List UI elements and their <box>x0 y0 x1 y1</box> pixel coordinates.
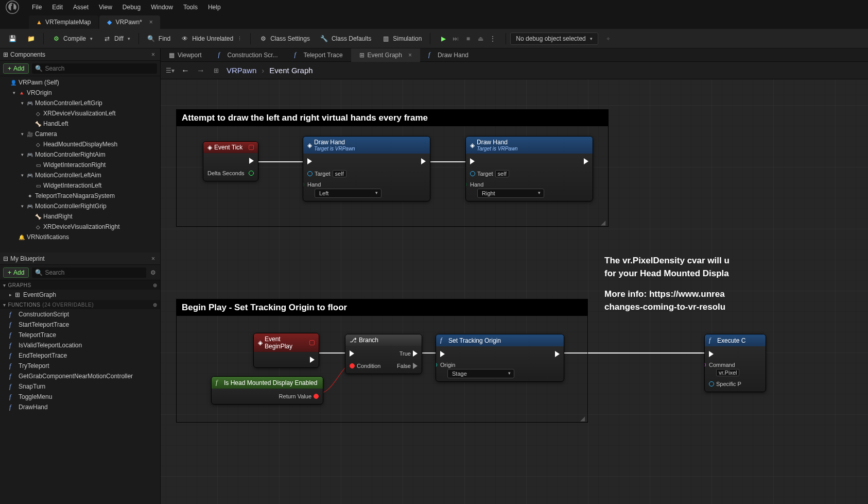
graph-area[interactable]: ▦Viewport fConstruction Scr... fTeleport… <box>161 48 868 504</box>
function-item[interactable]: fTryTeleport <box>0 361 160 371</box>
enum-in-pin[interactable] <box>436 362 437 367</box>
string-in-pin[interactable] <box>704 362 706 367</box>
comment-header[interactable]: Attempt to draw the left and right virtu… <box>177 110 608 126</box>
menu-tools[interactable]: Tools <box>178 2 203 13</box>
component-item[interactable]: ▾🎥Camera <box>0 129 160 139</box>
simulation-button[interactable]: ▥Simulation <box>377 32 426 45</box>
command-value[interactable]: vr.Pixel <box>716 369 739 376</box>
hand-dropdown[interactable]: Left <box>315 189 381 198</box>
exec-out-pin[interactable] <box>421 158 426 164</box>
add-button[interactable]: +Add <box>3 267 29 278</box>
exec-out-pin[interactable] <box>310 357 315 363</box>
menu-file[interactable]: File <box>27 2 47 13</box>
close-icon[interactable]: × <box>149 51 157 58</box>
class-defaults-button[interactable]: 🔧Class Defaults <box>316 32 375 45</box>
target-value[interactable]: self <box>495 170 509 177</box>
twist-icon[interactable]: ▾ <box>20 173 25 178</box>
origin-dropdown[interactable]: Stage <box>447 369 514 378</box>
breakpoint-icon[interactable] <box>249 145 254 150</box>
myblueprint-search[interactable]: 🔍 <box>32 267 146 278</box>
node-set-tracking-origin[interactable]: fSet Tracking Origin Origin Stage <box>436 334 564 382</box>
function-item[interactable]: fSnapTurn <box>0 381 160 392</box>
exec-out-false-pin[interactable] <box>413 363 418 369</box>
component-item[interactable]: ▾🎮MotionControllerLeftGrip <box>0 98 160 108</box>
eject-button[interactable]: ⏏ <box>475 33 486 44</box>
save-button[interactable]: 💾 <box>4 32 21 45</box>
component-item[interactable]: 🔔VRNotifications <box>0 232 160 242</box>
component-item[interactable]: ▾🎮MotionControllerRightGrip <box>0 201 160 211</box>
component-item[interactable]: ▭WidgetInteractionRight <box>0 160 160 170</box>
browse-button[interactable]: 📁 <box>23 32 39 45</box>
comment-header[interactable]: Begin Play - Set Tracking Origin to floo… <box>177 299 587 316</box>
menu-edit[interactable]: Edit <box>47 2 68 13</box>
compile-button[interactable]: ⚙Compile▾ <box>48 32 97 45</box>
components-panel-header[interactable]: ⊞ Components × <box>0 48 160 61</box>
function-item[interactable]: fEndTeleportTrace <box>0 350 160 361</box>
nav-back-icon[interactable]: ← <box>180 65 190 76</box>
resize-grip-icon[interactable]: ◢ <box>601 219 607 225</box>
nav-home-icon[interactable]: ⊞ <box>211 65 221 76</box>
component-item[interactable]: 🦴HandRight <box>0 211 160 222</box>
object-in-pin[interactable] <box>709 381 714 387</box>
float-out-pin[interactable] <box>249 171 254 176</box>
object-in-pin[interactable] <box>470 171 475 176</box>
myblueprint-panel-header[interactable]: ⊟ My Blueprint × <box>0 253 160 265</box>
graphs-category[interactable]: ▾ GRAPHS ⊕ <box>0 280 160 290</box>
node-execute-console-command[interactable]: fExecute C Command vr.Pixel Specific P <box>704 334 766 392</box>
node-draw-hand-left[interactable]: ◈Draw HandTarget is VRPawn Targetself Ha… <box>303 136 430 201</box>
twist-icon[interactable]: ▾ <box>20 100 25 106</box>
component-item[interactable]: ◇XRDeviceVisualizationLeft <box>0 108 160 119</box>
menu-window[interactable]: Window <box>146 2 178 13</box>
menu-asset[interactable]: Asset <box>68 2 94 13</box>
add-graph-icon[interactable]: ⊕ <box>153 282 158 288</box>
bool-in-pin[interactable] <box>350 363 355 368</box>
breadcrumb-leaf[interactable]: Event Graph <box>269 66 313 75</box>
graph-canvas[interactable]: Attempt to draw the left and right virtu… <box>161 79 868 504</box>
doc-tab-vrpawn[interactable]: ◆ VRPawn* × <box>99 15 160 29</box>
tab-construction-script[interactable]: fConstruction Scr... <box>210 48 286 62</box>
close-icon[interactable]: × <box>408 52 412 59</box>
play-button[interactable]: ▶ <box>438 33 449 44</box>
breakpoint-icon[interactable] <box>309 340 315 345</box>
component-item[interactable]: ◇XRDeviceVisualizationRight <box>0 222 160 232</box>
node-event-tick[interactable]: ◈Event Tick Delta Seconds <box>203 141 258 181</box>
close-icon[interactable]: × <box>149 19 153 26</box>
add-component-button[interactable]: +Add <box>3 63 29 74</box>
doc-tab-vrtemplatemap[interactable]: ▲ VRTemplateMap <box>29 15 98 29</box>
function-item[interactable]: fGetGrabComponentNearMotionController <box>0 371 160 381</box>
gear-icon[interactable]: ⚙ <box>149 268 157 277</box>
find-button[interactable]: 🔍Find <box>143 32 175 45</box>
function-item[interactable]: fToggleMenu <box>0 392 160 402</box>
hide-unrelated-button[interactable]: 👁Hide Unrelated⋮ <box>177 32 246 45</box>
twist-icon[interactable]: ▾ <box>20 204 25 209</box>
add-function-icon[interactable]: ⊕ <box>153 302 158 308</box>
nav-forward-icon[interactable]: → <box>196 65 206 76</box>
node-draw-hand-right[interactable]: ◈Draw HandTarget is VRPawn Targetself Ha… <box>465 136 593 201</box>
menu-debug[interactable]: Debug <box>117 2 146 13</box>
exec-out-pin[interactable] <box>584 158 588 164</box>
component-item[interactable]: ▾🎮MotionControllerLeftAim <box>0 170 160 180</box>
enum-in-pin[interactable] <box>303 182 304 187</box>
exec-out-pin[interactable] <box>249 158 254 164</box>
tab-draw-hand[interactable]: fDraw Hand <box>420 48 477 62</box>
component-item[interactable]: ▾🔺VROrigin <box>0 88 160 98</box>
function-item[interactable]: fConstructionScript <box>0 309 160 320</box>
debug-find-button[interactable]: ⌖ <box>600 32 617 45</box>
component-item[interactable]: 👤VRPawn (Self) <box>0 77 160 88</box>
exec-out-pin[interactable] <box>555 351 560 357</box>
exec-in-pin[interactable] <box>440 351 445 357</box>
twist-icon[interactable]: ▾ <box>11 90 16 95</box>
component-item[interactable]: ▭WidgetInteractionLeft <box>0 180 160 191</box>
step-button[interactable]: ⏭ <box>450 33 461 44</box>
function-item[interactable]: fTeleportTrace <box>0 330 160 340</box>
tab-teleport-trace[interactable]: fTeleport Trace <box>286 48 351 62</box>
twist-icon[interactable]: ▾ <box>20 131 25 137</box>
breadcrumb-root[interactable]: VRPawn <box>227 66 256 75</box>
exec-out-true-pin[interactable] <box>413 350 418 357</box>
target-value[interactable]: self <box>333 170 346 177</box>
exec-in-pin[interactable] <box>470 158 475 164</box>
myblueprint-search-input[interactable] <box>45 269 143 276</box>
component-item[interactable]: 🦴HandLeft <box>0 119 160 129</box>
close-icon[interactable]: × <box>149 255 157 262</box>
twist-icon[interactable]: ▾ <box>20 152 25 157</box>
